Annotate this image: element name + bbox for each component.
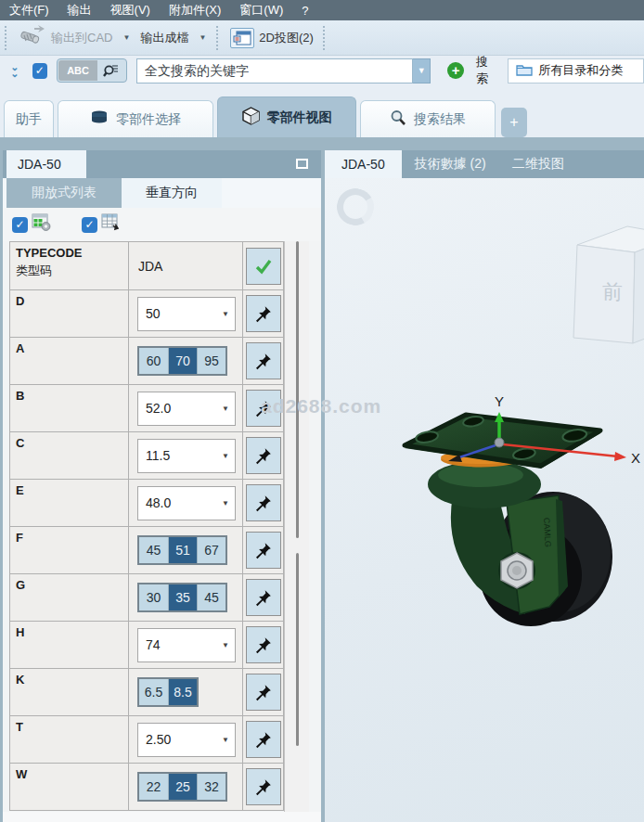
param-row-A: A607095: [10, 338, 284, 385]
tab-tech-data[interactable]: 技術數據 (2): [402, 150, 499, 178]
toolbar-grip-handle[interactable]: [5, 26, 9, 50]
model-3d-viewport[interactable]: 前 上 CAML: [325, 178, 644, 822]
pin-param-C-button[interactable]: [246, 437, 281, 474]
search-option-checkbox[interactable]: ✓: [32, 63, 48, 79]
tab-search-results[interactable]: 搜索结果: [360, 100, 496, 137]
chevron-down-icon[interactable]: ▼: [216, 452, 235, 460]
param-value-cell: 52.0▼: [129, 385, 243, 431]
chevron-down-icon[interactable]: ▼: [216, 405, 235, 413]
export-cad-dropdown-arrow[interactable]: ▼: [117, 33, 135, 42]
chevron-down-icon[interactable]: ▼: [216, 499, 235, 507]
menu-help[interactable]: ?: [292, 0, 317, 20]
typecode-label-cell: TYPECODE类型码: [10, 242, 129, 289]
pin-param-F-button[interactable]: [246, 532, 281, 569]
search-history-dropdown[interactable]: ▼: [413, 58, 431, 83]
model-panel-tabs: JDA-50 技術數據 (2) 二维投图: [325, 150, 644, 178]
parameter-panel-title: JDA-50: [18, 157, 61, 172]
param-dropdown-T[interactable]: 2.50▼: [137, 723, 236, 757]
segment-option-F-67[interactable]: 67: [197, 537, 225, 563]
projection-2d-button[interactable]: 2D投图(2): [225, 25, 318, 51]
tab-model[interactable]: JDA-50: [325, 150, 402, 178]
scrollbar-thumb[interactable]: [296, 553, 299, 746]
projection-2d-label: 2D投图(2): [259, 30, 314, 46]
tab-add-button[interactable]: +: [501, 108, 527, 137]
export-to-cad-button[interactable]: 输出到CAD: [14, 22, 117, 53]
menu-addons[interactable]: 附加件(X): [160, 0, 230, 20]
segment-option-W-25[interactable]: 25: [168, 774, 197, 800]
menu-file[interactable]: 文件(F): [0, 0, 58, 20]
param-row-H: H74▼: [10, 622, 284, 669]
scrollbar-thumb[interactable]: [296, 241, 299, 538]
tab-2d-projection[interactable]: 二维投图: [499, 150, 577, 178]
param-value-cell: 74▼: [129, 622, 243, 668]
tab-assistant[interactable]: 助手: [4, 100, 54, 137]
search-input[interactable]: [136, 58, 413, 83]
pin-cell: [243, 527, 284, 573]
pin-param-T-button[interactable]: [246, 721, 281, 758]
segment-option-A-95[interactable]: 95: [197, 348, 225, 374]
tab-open-list[interactable]: 開放式列表: [6, 178, 122, 208]
tab-part-view[interactable]: 零部件视图: [217, 96, 356, 137]
tab-vertical[interactable]: 垂直方向: [122, 178, 222, 208]
pin-param-E-button[interactable]: [246, 484, 281, 521]
export-doc-dropdown-arrow[interactable]: ▼: [193, 33, 212, 42]
export-doc-button[interactable]: 输出成檔: [135, 27, 193, 49]
param-dropdown-C[interactable]: 11.5▼: [137, 439, 236, 473]
table-option-checkbox-1[interactable]: ✓: [12, 217, 28, 233]
dropdown-value: 11.5: [138, 448, 216, 463]
collapse-chevrons-icon[interactable]: ⌄⌄: [7, 64, 22, 77]
pin-param-G-button[interactable]: [246, 579, 281, 616]
pin-cell: [243, 338, 284, 384]
pin-param-K-button[interactable]: [246, 674, 281, 711]
chevron-down-icon[interactable]: ▼: [216, 310, 235, 318]
param-dropdown-H[interactable]: 74▼: [137, 628, 236, 662]
chevron-down-icon[interactable]: ▼: [216, 641, 235, 649]
segment-option-A-60[interactable]: 60: [139, 348, 168, 374]
param-value-cell: 222532: [129, 764, 243, 810]
segment-option-K-6.5[interactable]: 6.5: [139, 679, 168, 705]
toolbar-grip-handle[interactable]: [216, 26, 221, 50]
search-scope-selector[interactable]: 所有目录和分类: [508, 58, 644, 83]
param-dropdown-E[interactable]: 48.0▼: [137, 486, 236, 520]
table-option-checkbox-2[interactable]: ✓: [82, 217, 97, 233]
segment-option-W-32[interactable]: 32: [197, 774, 225, 800]
pin-param-B-button[interactable]: [246, 390, 281, 427]
tab-open-list-label: 開放式列表: [32, 185, 97, 201]
segment-option-F-51[interactable]: 51: [168, 537, 197, 563]
pin-cell: [243, 432, 284, 479]
chevron-down-icon[interactable]: ▼: [216, 736, 235, 744]
segment-option-W-22[interactable]: 22: [139, 774, 168, 800]
fulltext-magnifier-icon[interactable]: [97, 60, 125, 81]
parameter-panel-title-tab[interactable]: JDA-50: [6, 150, 86, 178]
caster-wheel-model[interactable]: CAMLG: [325, 178, 644, 822]
pin-param-A-button[interactable]: [246, 342, 281, 379]
segment-option-G-30[interactable]: 30: [139, 584, 168, 610]
menu-bar: 文件(F) 输出 视图(V) 附加件(X) 窗口(W) ?: [0, 0, 644, 20]
menu-window[interactable]: 窗口(W): [230, 0, 292, 20]
dropdown-value: 50: [138, 306, 216, 321]
pin-param-D-button[interactable]: [246, 295, 281, 332]
param-dropdown-B[interactable]: 52.0▼: [137, 392, 236, 426]
add-search-button[interactable]: +: [447, 62, 464, 79]
abc-text-search-button[interactable]: ABC: [58, 60, 97, 81]
param-segment-W: 222532: [137, 772, 227, 802]
segment-option-G-35[interactable]: 35: [168, 584, 197, 610]
menu-output[interactable]: 输出: [58, 0, 101, 20]
menu-view[interactable]: 视图(V): [101, 0, 160, 20]
pin-cell: [243, 480, 284, 526]
param-row-K: K6.58.5: [10, 669, 284, 716]
segment-option-K-8.5[interactable]: 8.5: [168, 679, 197, 705]
pin-param-W-button[interactable]: [246, 768, 281, 805]
pin-cell: [243, 385, 284, 431]
confirm-typecode-button[interactable]: [246, 248, 281, 285]
pin-cell: [243, 764, 284, 810]
maximize-icon[interactable]: [296, 159, 308, 169]
tab-part-selection[interactable]: 零部件选择: [58, 100, 213, 137]
segment-option-F-45[interactable]: 45: [139, 537, 168, 563]
param-dropdown-D[interactable]: 50▼: [137, 297, 236, 331]
table-scrollbar[interactable]: [284, 241, 309, 822]
segment-option-A-70[interactable]: 70: [168, 348, 197, 374]
segment-option-G-45[interactable]: 45: [197, 584, 225, 610]
pin-param-H-button[interactable]: [246, 626, 281, 663]
toolbar-grip-handle[interactable]: [323, 26, 328, 50]
